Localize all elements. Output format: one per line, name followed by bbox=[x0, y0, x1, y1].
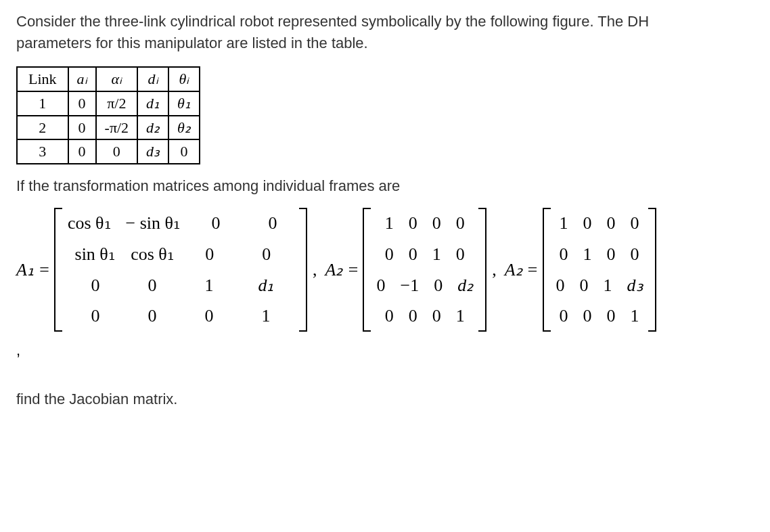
intro-paragraph: Consider the three-link cylindrical robo… bbox=[16, 11, 666, 54]
matrices-row: A₁ = cos θ₁ − sin θ₁ 0 0 sin θ₁ cos θ₁ 0… bbox=[16, 208, 754, 332]
matrix-cell: 0 bbox=[628, 239, 642, 270]
table-cell: 0 bbox=[96, 139, 138, 164]
bracket-left-icon bbox=[543, 208, 551, 332]
matrix-cell: 0 bbox=[453, 239, 468, 270]
matrix-a2: 1 0 0 0 0 0 1 0 0 −1 0 d₂ bbox=[363, 208, 486, 332]
matrix-cell: cos θ₁ bbox=[128, 239, 177, 270]
matrix-cell: 0 bbox=[604, 239, 618, 270]
table-cell: 0 bbox=[168, 139, 200, 164]
matrix-row: 0 0 0 1 bbox=[65, 301, 296, 332]
page: Consider the three-link cylindrical robo… bbox=[0, 0, 770, 532]
matrix-cell: 0 bbox=[129, 270, 176, 301]
matrix-cell: 0 bbox=[577, 270, 591, 301]
table-cell: d₃ bbox=[137, 139, 168, 164]
table-cell: 0 bbox=[68, 91, 96, 116]
bracket-right-icon bbox=[478, 208, 486, 332]
separator-comma: , bbox=[309, 257, 324, 283]
matrix-cell: 0 bbox=[382, 239, 397, 270]
table-cell: -π/2 bbox=[96, 116, 138, 140]
table-row: 1 0 π/2 d₁ θ₁ bbox=[17, 91, 200, 116]
matrix-cell: 0 bbox=[557, 301, 571, 332]
dh-parameters-table: Link aᵢ αᵢ dᵢ θᵢ 1 0 π/2 d₁ θ₁ 2 0 -π/2 … bbox=[16, 66, 200, 165]
matrix-cell: 1 bbox=[628, 301, 642, 332]
matrix-cell: 1 bbox=[581, 239, 595, 270]
matrix-row: 0 0 1 0 bbox=[373, 239, 476, 270]
table-cell: 1 bbox=[17, 91, 68, 116]
matrix-cell: 0 bbox=[581, 208, 595, 239]
matrix-cell: 1 bbox=[557, 208, 571, 239]
matrix-cell: 0 bbox=[431, 270, 445, 301]
table-cell: π/2 bbox=[96, 91, 138, 116]
matrix-cell: 1 bbox=[242, 301, 290, 332]
table-header-row: Link aᵢ αᵢ dᵢ θᵢ bbox=[17, 67, 200, 91]
matrix-cell: 0 bbox=[243, 239, 290, 270]
matrix-cell: 0 bbox=[604, 301, 618, 332]
matrix-row: 0 −1 0 d₂ bbox=[373, 270, 476, 301]
matrix-cell: −1 bbox=[397, 270, 422, 301]
matrix-row: 0 1 0 0 bbox=[553, 239, 646, 270]
table-cell: θ₁ bbox=[168, 91, 200, 116]
matrix-label-a2: A₂ = bbox=[325, 257, 359, 283]
matrix-cell: 0 bbox=[430, 208, 444, 239]
matrix-cell: 0 bbox=[192, 208, 240, 239]
matrix-a3: 1 0 0 0 0 1 0 0 0 0 1 d₃ 0 bbox=[543, 208, 656, 332]
matrix-row: sin θ₁ cos θ₁ 0 0 bbox=[65, 239, 296, 270]
table-header-cell: θᵢ bbox=[168, 67, 200, 91]
matrix-cell: 1 bbox=[453, 301, 468, 332]
matrix-body: 1 0 0 0 0 0 1 0 0 −1 0 d₂ bbox=[371, 208, 478, 332]
matrix-row: 0 0 1 d₁ bbox=[65, 270, 296, 301]
table-cell: d₁ bbox=[137, 91, 168, 116]
matrix-cell: 1 bbox=[382, 208, 397, 239]
matrix-cell: d₃ bbox=[625, 270, 646, 301]
matrix-cell: cos θ₁ bbox=[65, 208, 114, 239]
matrix-cell: 0 bbox=[406, 239, 420, 270]
matrix-cell: 1 bbox=[601, 270, 615, 301]
transformation-line: If the transformation matrices among ind… bbox=[16, 175, 754, 197]
matrix-cell: 0 bbox=[406, 301, 420, 332]
matrix-cell: 1 bbox=[185, 270, 233, 301]
matrix-cell: − sin θ₁ bbox=[123, 208, 183, 239]
table-header-cell: αᵢ bbox=[96, 67, 138, 91]
matrix-cell: 0 bbox=[430, 301, 444, 332]
separator-comma: , bbox=[488, 257, 503, 283]
bracket-right-icon bbox=[648, 208, 656, 332]
matrix-row: cos θ₁ − sin θ₁ 0 0 bbox=[65, 208, 296, 239]
table-header-cell: Link bbox=[17, 67, 68, 91]
table-cell: 0 bbox=[68, 116, 96, 140]
matrix-cell: 0 bbox=[249, 208, 296, 239]
matrix-cell: 0 bbox=[557, 239, 571, 270]
matrix-cell: 0 bbox=[581, 301, 595, 332]
matrix-label-a1: A₁ = bbox=[16, 257, 50, 283]
matrix-cell: 0 bbox=[553, 270, 568, 301]
matrix-body: cos θ₁ − sin θ₁ 0 0 sin θ₁ cos θ₁ 0 0 0 … bbox=[62, 208, 299, 332]
table-cell: 2 bbox=[17, 116, 68, 140]
table-cell: 0 bbox=[68, 139, 96, 164]
matrix-cell: d₁ bbox=[242, 270, 290, 301]
matrix-cell: 0 bbox=[72, 301, 119, 332]
matrix-a1: cos θ₁ − sin θ₁ 0 0 sin θ₁ cos θ₁ 0 0 0 … bbox=[54, 208, 307, 332]
matrix-cell: 0 bbox=[129, 301, 176, 332]
matrix-cell: 0 bbox=[382, 301, 397, 332]
matrix-cell: 0 bbox=[406, 208, 420, 239]
matrix-cell: 1 bbox=[430, 239, 444, 270]
matrix-row: 0 0 0 1 bbox=[553, 301, 646, 332]
final-line: find the Jacobian matrix. bbox=[16, 389, 754, 410]
table-header-cell: dᵢ bbox=[137, 67, 168, 91]
matrix-row: 0 0 0 1 bbox=[373, 301, 476, 332]
matrix-row: 0 0 1 d₃ bbox=[553, 270, 646, 301]
matrix-cell: 0 bbox=[185, 301, 233, 332]
matrix-cell: 0 bbox=[373, 270, 388, 301]
table-cell: 3 bbox=[17, 139, 68, 164]
bracket-left-icon bbox=[363, 208, 371, 332]
matrix-label-a3: A₂ = bbox=[505, 257, 539, 283]
bracket-right-icon bbox=[299, 208, 307, 332]
table-cell: d₂ bbox=[137, 116, 168, 140]
matrix-cell: 0 bbox=[72, 270, 119, 301]
matrix-cell: 0 bbox=[186, 239, 233, 270]
matrix-body: 1 0 0 0 0 1 0 0 0 0 1 d₃ 0 bbox=[551, 208, 648, 332]
matrix-cell: 0 bbox=[604, 208, 618, 239]
table-cell: θ₂ bbox=[168, 116, 200, 140]
matrix-row: 1 0 0 0 bbox=[373, 208, 476, 239]
matrix-row: 1 0 0 0 bbox=[553, 208, 646, 239]
matrix-cell: 0 bbox=[453, 208, 468, 239]
